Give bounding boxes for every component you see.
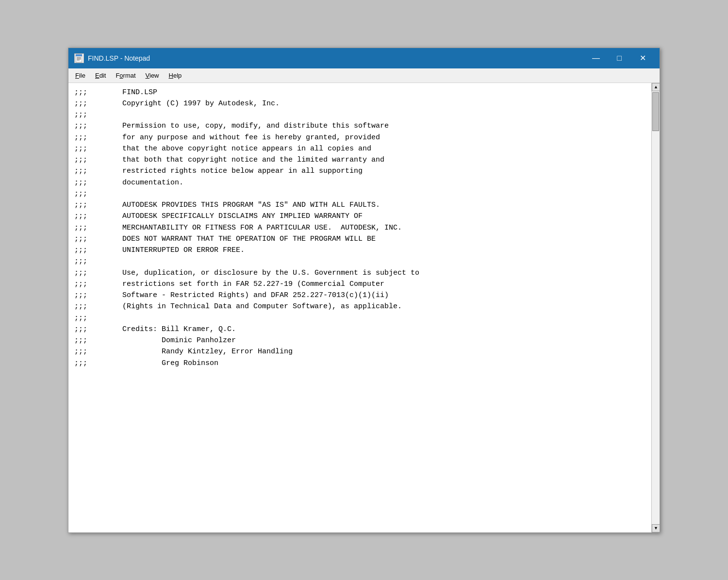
title-bar-buttons: — □ ✕ — [585, 50, 654, 66]
menu-bar: File Edit Format View Help — [68, 68, 660, 83]
window-title: FIND.LSP - Notepad — [88, 54, 150, 62]
scrollbar-track[interactable] — [652, 91, 660, 524]
scroll-down-arrow[interactable]: ▼ — [652, 524, 660, 532]
scrollbar[interactable]: ▲ ▼ — [651, 83, 660, 532]
maximize-button[interactable]: □ — [608, 50, 630, 66]
content-area: ;;; FIND.LSP ;;; Copyright (C) 1997 by A… — [68, 83, 660, 532]
scroll-up-arrow[interactable]: ▲ — [652, 83, 660, 91]
title-bar: FIND.LSP - Notepad — □ ✕ — [68, 48, 660, 68]
menu-help[interactable]: Help — [164, 70, 187, 81]
menu-view[interactable]: View — [141, 70, 164, 81]
menu-edit[interactable]: Edit — [90, 70, 111, 81]
notepad-window: FIND.LSP - Notepad — □ ✕ File Edit Forma… — [68, 48, 660, 533]
menu-format[interactable]: Format — [111, 70, 140, 81]
scrollbar-thumb[interactable] — [652, 92, 659, 131]
title-bar-left: FIND.LSP - Notepad — [74, 53, 150, 63]
notepad-icon — [74, 53, 84, 63]
minimize-button[interactable]: — — [585, 50, 607, 66]
text-editor[interactable]: ;;; FIND.LSP ;;; Copyright (C) 1997 by A… — [68, 83, 651, 532]
close-button[interactable]: ✕ — [631, 50, 654, 66]
menu-file[interactable]: File — [70, 70, 90, 81]
svg-rect-1 — [76, 54, 82, 56]
